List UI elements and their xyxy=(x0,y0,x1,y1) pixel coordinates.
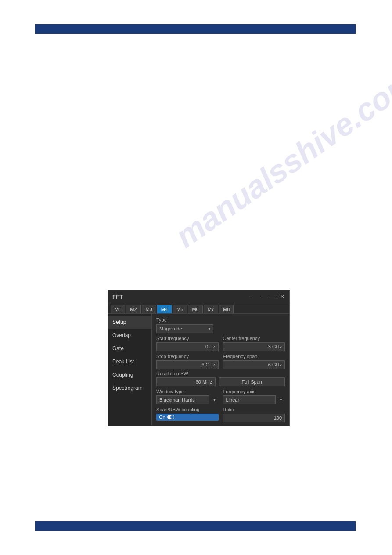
res-bw-label: Resolution BW xyxy=(156,371,285,376)
stop-freq-value[interactable]: 6 GHz xyxy=(156,360,219,369)
start-freq-group: Start frequency 0 Hz xyxy=(156,336,219,351)
center-freq-group: Center frequency 3 GHz xyxy=(223,336,285,351)
tab-m2[interactable]: M2 xyxy=(126,305,140,313)
window-type-group: Window type Blackman Harris Hanning Hamm… xyxy=(156,389,219,404)
freq-axis-group: Frequency axis Linear Logarithmic xyxy=(223,389,285,404)
back-button[interactable]: ← xyxy=(248,293,254,300)
tab-m8[interactable]: M8 xyxy=(219,305,234,313)
stop-freq-label: Stop frequency xyxy=(156,354,219,359)
type-label: Type xyxy=(156,317,285,323)
res-bw-fields: 60 MHz Full Span xyxy=(156,377,285,386)
coupling-ratio-row: Span/RBW coupling On Ratio 100 xyxy=(156,407,285,422)
sidebar-item-spectrogram[interactable]: Spectrogram xyxy=(108,381,151,395)
span-rbw-toggle[interactable]: On xyxy=(156,414,219,421)
sidebar-item-peak-list[interactable]: Peak List xyxy=(108,355,151,368)
top-bar xyxy=(35,24,356,34)
freq-axis-select[interactable]: Linear Logarithmic xyxy=(223,395,276,404)
type-dropdown-row: Magnitude Phase Real Imaginary xyxy=(156,324,285,333)
tab-m1[interactable]: M1 xyxy=(111,305,125,313)
freq-axis-label: Frequency axis xyxy=(223,389,285,394)
tab-m5[interactable]: M5 xyxy=(173,305,187,313)
frequency-fields: Start frequency 0 Hz Center frequency 3 … xyxy=(156,336,285,369)
sidebar-item-gate[interactable]: Gate xyxy=(108,342,151,355)
toggle-indicator xyxy=(167,415,174,419)
toggle-label: On xyxy=(159,414,165,420)
freq-span-value[interactable]: 6 GHz xyxy=(223,360,285,369)
tab-m4[interactable]: M4 xyxy=(157,305,172,313)
sidebar-item-setup[interactable]: Setup xyxy=(108,316,151,329)
type-select[interactable]: Magnitude Phase Real Imaginary xyxy=(156,324,213,333)
stop-freq-group: Stop frequency 6 GHz xyxy=(156,354,219,369)
ratio-value[interactable]: 100 xyxy=(223,414,285,422)
res-bw-value[interactable]: 60 MHz xyxy=(156,377,216,386)
ratio-label: Ratio xyxy=(223,407,285,412)
window-type-select-wrapper[interactable]: Blackman Harris Hanning Hamming Flat Top… xyxy=(156,395,219,404)
titlebar-controls: ← → — ✕ xyxy=(248,293,285,300)
forward-button[interactable]: → xyxy=(259,293,265,300)
window-type-label: Window type xyxy=(156,389,219,394)
span-rbw-label: Span/RBW coupling xyxy=(156,407,219,412)
center-freq-value[interactable]: 3 GHz xyxy=(223,342,285,351)
dialog-title: FFT xyxy=(112,294,123,300)
fft-body: Setup Overlap Gate Peak List Coupling Sp… xyxy=(108,314,289,426)
sidebar-item-coupling[interactable]: Coupling xyxy=(108,368,151,381)
type-select-wrapper[interactable]: Magnitude Phase Real Imaginary xyxy=(156,324,213,333)
watermark: manualsshive.com xyxy=(169,63,392,255)
minimize-button[interactable]: — xyxy=(269,293,275,300)
sidebar-item-overlap[interactable]: Overlap xyxy=(108,329,151,342)
ratio-group: Ratio 100 xyxy=(223,407,285,422)
res-bw-row: Resolution BW 60 MHz Full Span xyxy=(156,371,285,386)
tab-m7[interactable]: M7 xyxy=(204,305,218,313)
tab-m3[interactable]: M3 xyxy=(142,305,156,313)
start-freq-value[interactable]: 0 Hz xyxy=(156,342,219,351)
window-type-select[interactable]: Blackman Harris Hanning Hamming Flat Top… xyxy=(156,395,209,404)
fft-titlebar: FFT ← → — ✕ xyxy=(108,290,289,303)
tab-m6[interactable]: M6 xyxy=(188,305,202,313)
bottom-bar xyxy=(35,521,356,531)
start-freq-label: Start frequency xyxy=(156,336,219,341)
freq-axis-select-wrapper[interactable]: Linear Logarithmic xyxy=(223,395,285,404)
freq-span-group: Frequency span 6 GHz xyxy=(223,354,285,369)
fft-sidebar: Setup Overlap Gate Peak List Coupling Sp… xyxy=(108,314,152,426)
fft-main-content: Type Magnitude Phase Real Imaginary Star… xyxy=(152,314,289,426)
window-freq-row: Window type Blackman Harris Hanning Hamm… xyxy=(156,389,285,404)
full-span-button[interactable]: Full Span xyxy=(219,377,285,386)
tabs-row: M1 M2 M3 M4 M5 M6 M7 M8 xyxy=(108,303,289,314)
close-button[interactable]: ✕ xyxy=(280,293,285,300)
center-freq-label: Center frequency xyxy=(223,336,285,341)
fft-dialog: FFT ← → — ✕ M1 M2 M3 M4 M5 M6 M7 M8 Setu… xyxy=(108,290,290,426)
freq-span-label: Frequency span xyxy=(223,354,285,359)
span-rbw-group: Span/RBW coupling On xyxy=(156,407,219,422)
